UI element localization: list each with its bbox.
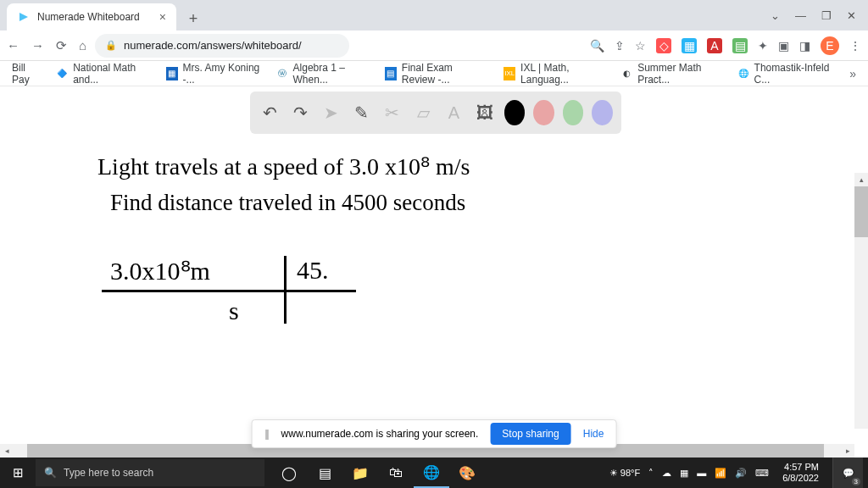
bookmark-item[interactable]: ⓦAlgebra 1 – When... (276, 62, 370, 86)
weather-widget[interactable]: ☀ 98°F (609, 468, 640, 479)
reload-icon[interactable]: ⟳ (56, 38, 67, 53)
bookmark-item[interactable]: ▦Mrs. Amy Koning -... (166, 62, 261, 86)
handwriting-fraction-denominator: s (229, 297, 239, 325)
color-green[interactable] (563, 100, 584, 125)
bookmark-item[interactable]: ▤Final Exam Review -... (385, 62, 488, 86)
close-window-icon[interactable]: ✕ (847, 9, 856, 22)
url-text: numerade.com/answers/whiteboard/ (124, 39, 302, 52)
hide-banner-button[interactable]: Hide (583, 428, 604, 440)
chrome-icon[interactable]: 🌐 (414, 458, 449, 488)
svg-marker-0 (19, 13, 28, 21)
app-icon[interactable]: 🎨 (449, 458, 485, 488)
start-button[interactable]: ⊞ (0, 465, 36, 480)
explorer-icon[interactable]: 📁 (342, 458, 378, 488)
handwriting-fraction-numerator: 3.0x10⁸m (110, 256, 210, 286)
cortana-icon[interactable]: ▤ (307, 458, 342, 488)
scroll-up-icon[interactable]: ▴ (854, 173, 868, 186)
browser-tab-strip: Numerade Whiteboard × + ⌄ — ❐ ✕ (0, 0, 868, 30)
bookmark-favicon: ◐ (621, 67, 633, 80)
new-tab-button[interactable]: + (181, 7, 205, 30)
cast-icon[interactable]: ▣ (778, 39, 789, 53)
omnibox[interactable]: 🔒 numerade.com/answers/whiteboard/ (95, 34, 349, 58)
onedrive-icon[interactable]: ☁ (662, 468, 671, 479)
whiteboard-toolbar: ↶ ↷ ➤ ✎ ✂ ▱ A 🖼 (250, 92, 621, 134)
whiteboard-canvas[interactable]: Light travels at a speed of 3.0 x10⁸ m/s… (0, 137, 868, 459)
battery-icon[interactable]: ▬ (697, 468, 706, 478)
close-icon[interactable]: × (159, 10, 166, 24)
task-view-icon[interactable]: ◯ (271, 458, 307, 488)
bookmark-item[interactable]: ◐Summer Math Pract... (621, 62, 722, 86)
eraser-icon[interactable]: ▱ (412, 99, 434, 126)
language-icon[interactable]: ⌨ (755, 468, 769, 479)
tools-icon[interactable]: ✂ (381, 99, 403, 126)
tray-overflow-icon[interactable]: ˄ (648, 468, 654, 479)
bookmark-favicon: ⓦ (276, 67, 288, 80)
bookmark-item[interactable]: Bill Pay (12, 62, 41, 86)
volume-icon[interactable]: 🔊 (735, 468, 747, 479)
bookmark-item[interactable]: IXLIXL | Math, Languag... (504, 62, 605, 86)
scrollbar-thumb[interactable] (854, 186, 868, 237)
taskbar-clock[interactable]: 4:57 PM 6/8/2022 (777, 462, 824, 484)
page-content: ↶ ↷ ➤ ✎ ✂ ▱ A 🖼 Light travels at a speed… (0, 86, 868, 459)
home-icon[interactable]: ⌂ (79, 38, 86, 53)
extension-icon[interactable]: ▦ (682, 38, 697, 53)
color-pink[interactable] (533, 100, 554, 125)
tab-title: Numerade Whiteboard (37, 11, 140, 23)
color-purple[interactable] (592, 100, 613, 125)
pen-icon[interactable]: ✎ (351, 99, 373, 126)
taskbar-search[interactable]: 🔍 Type here to search (36, 459, 264, 486)
taskbar-apps: ◯ ▤ 📁 🛍 🌐 🎨 (271, 458, 485, 488)
extensions-icon[interactable]: ✦ (758, 39, 768, 53)
bookmark-favicon: IXL (504, 67, 515, 80)
notifications-icon[interactable]: 💬3 (832, 458, 863, 488)
scroll-left-icon[interactable]: ◂ (0, 444, 14, 458)
avatar[interactable]: E (821, 36, 839, 55)
bookmark-favicon: 🔷 (56, 67, 68, 80)
bookmark-favicon: ▦ (166, 67, 178, 80)
nav-icons: ← → ⟳ ⌂ (7, 38, 86, 53)
bookmarks-overflow-icon[interactable]: » (849, 67, 856, 80)
pointer-icon[interactable]: ➤ (320, 99, 342, 126)
extension-icon[interactable]: ◇ (656, 38, 671, 53)
bookmark-favicon: 🌐 (737, 67, 749, 80)
stop-sharing-button[interactable]: Stop sharing (490, 423, 570, 445)
store-icon[interactable]: 🛍 (378, 458, 414, 488)
vertical-scrollbar[interactable]: ▴ (854, 173, 868, 429)
zoom-icon[interactable]: 🔍 (590, 39, 604, 53)
tab-favicon (17, 10, 31, 24)
redo-icon[interactable]: ↷ (289, 99, 311, 126)
image-icon[interactable]: 🖼 (474, 99, 496, 126)
bookmark-item[interactable]: 🌐Thomastik-Infeld C... (737, 62, 834, 86)
minimize-icon[interactable]: — (795, 9, 806, 22)
search-placeholder: Type here to search (64, 467, 153, 479)
extension-icon[interactable]: ▤ (732, 38, 748, 53)
kebab-menu-icon[interactable]: ⋮ (849, 39, 861, 53)
bookmark-item[interactable]: 🔷National Math and... (56, 62, 150, 86)
security-icon[interactable]: ▦ (680, 468, 688, 479)
scroll-right-icon[interactable]: ▸ (841, 444, 854, 458)
undo-icon[interactable]: ↶ (259, 99, 281, 126)
handwriting-fraction-numerator2: 45. (297, 256, 329, 285)
back-icon[interactable]: ← (7, 38, 19, 53)
extension-icon[interactable]: A (707, 38, 722, 53)
pause-icon: ‖ (264, 428, 270, 440)
bookmark-favicon: ▤ (385, 67, 397, 80)
text-icon[interactable]: A (442, 99, 465, 126)
browser-tab[interactable]: Numerade Whiteboard × (7, 3, 176, 30)
fraction-divider (284, 256, 287, 324)
windows-taskbar: ⊞ 🔍 Type here to search ◯ ▤ 📁 🛍 🌐 🎨 ☀ 98… (0, 458, 868, 488)
share-icon[interactable]: ⇪ (615, 39, 625, 53)
star-icon[interactable]: ☆ (635, 39, 646, 53)
handwriting-line: Find distance traveled in 4500 seconds (110, 190, 465, 216)
side-panel-icon[interactable]: ◨ (799, 39, 810, 53)
maximize-icon[interactable]: ❐ (821, 9, 832, 22)
color-black[interactable] (504, 100, 526, 125)
share-message: www.numerade.com is sharing your screen. (281, 428, 479, 440)
address-bar-right: 🔍 ⇪ ☆ ◇ ▦ A ▤ ✦ ▣ ◨ E ⋮ (590, 36, 861, 55)
chevron-down-icon[interactable]: ⌄ (771, 9, 780, 22)
fraction-bar (102, 290, 356, 292)
forward-icon[interactable]: → (31, 38, 44, 53)
wifi-icon[interactable]: 📶 (715, 468, 726, 479)
bookmarks-bar: Bill Pay 🔷National Math and... ▦Mrs. Amy… (0, 61, 868, 86)
system-tray: ☀ 98°F ˄ ☁ ▦ ▬ 📶 🔊 ⌨ 4:57 PM 6/8/2022 💬3 (609, 458, 868, 488)
